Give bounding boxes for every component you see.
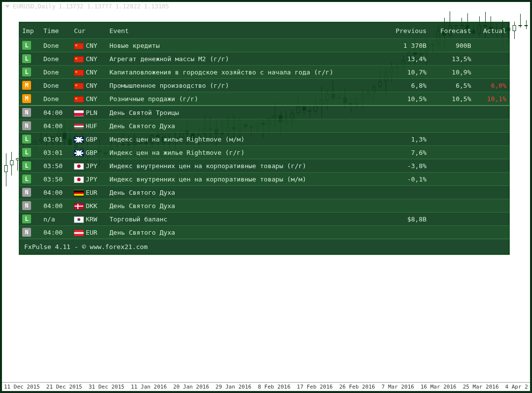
impact-badge: N — [22, 228, 31, 237]
cell-forecast — [429, 146, 474, 159]
panel-footer: FxPulse 4.11 - © www.forex21.com — [19, 239, 509, 254]
table-row[interactable]: Ln/aKRWТорговый баланс$8,8B — [19, 213, 509, 226]
x-tick: 4 Apr 2 — [505, 384, 528, 391]
table-row[interactable]: L03:50JPYИндекс внутренних цен на корпор… — [19, 159, 509, 173]
cell-time: 03:50 — [40, 173, 71, 186]
x-tick: 17 Feb 2016 — [297, 384, 333, 391]
impact-badge: L — [22, 41, 31, 50]
chevron-down-icon[interactable] — [5, 5, 10, 8]
cell-actual — [474, 39, 510, 52]
impact-badge: M — [22, 94, 31, 103]
flag-icon — [74, 203, 84, 210]
cell-previous: -3,8% — [385, 159, 429, 173]
x-tick: 7 Mar 2016 — [382, 384, 414, 391]
cell-cur: CNY — [71, 79, 106, 92]
cell-event: День Святого Духа — [106, 199, 385, 213]
table-row[interactable]: N04:00DKKДень Святого Духа — [19, 199, 509, 213]
cell-cur: GBP — [71, 133, 106, 146]
cell-actual — [474, 186, 510, 199]
cell-actual — [474, 226, 510, 239]
table-row[interactable]: L03:01GBPИндекс цен на жилье Rightmove (… — [19, 133, 509, 146]
table-row[interactable]: LDoneCNYАгрегат денежной массы M2 (г/г)1… — [19, 52, 509, 66]
flag-icon — [74, 110, 84, 116]
impact-badge: L — [22, 175, 31, 183]
cell-previous — [385, 199, 429, 213]
cell-event: День Святого Духа — [106, 186, 385, 199]
x-tick: 29 Jan 2016 — [215, 384, 251, 391]
chart-header[interactable]: EURUSD,Daily 1.13732 1.13777 1.12822 1.1… — [5, 3, 169, 10]
table-row[interactable]: LDoneCNYКапиталовложения в городское хоз… — [19, 66, 509, 79]
cell-forecast — [429, 173, 474, 186]
x-tick: 16 Mar 2016 — [421, 384, 457, 391]
cell-forecast — [429, 213, 474, 226]
cell-previous: $8,8B — [385, 213, 429, 226]
x-tick: 20 Jan 2016 — [173, 384, 209, 391]
cell-forecast — [429, 159, 474, 173]
cell-cur: EUR — [71, 186, 106, 199]
x-tick: 26 Feb 2016 — [339, 384, 375, 391]
cell-time: 04:00 — [40, 226, 71, 239]
cell-forecast: 10,5% — [429, 92, 474, 106]
table-row[interactable]: N04:00HUFДень Святого Духа — [19, 119, 509, 133]
cell-previous — [385, 119, 429, 133]
impact-badge: N — [22, 121, 31, 130]
cell-time: n/a — [40, 213, 71, 226]
cell-actual — [474, 66, 510, 79]
flag-icon — [74, 123, 84, 130]
cell-cur: HUF — [71, 119, 106, 133]
col-imp: Imp — [19, 25, 40, 39]
cell-actual — [474, 119, 510, 133]
cell-event: Индекс внутренних цен на корпоративные т… — [106, 159, 385, 173]
cell-previous: 6,8% — [385, 79, 429, 92]
cell-actual — [474, 133, 510, 146]
flag-icon — [74, 230, 84, 236]
cell-forecast — [429, 106, 474, 119]
x-axis: 11 Dec 201521 Dec 201531 Dec 201511 Jan … — [2, 382, 530, 391]
cell-cur: JPY — [71, 173, 106, 186]
cell-event: День Святой Троицы — [106, 106, 385, 119]
flag-icon — [74, 216, 84, 223]
cell-actual — [474, 159, 510, 173]
cell-time: 04:00 — [40, 199, 71, 213]
table-row[interactable]: LDoneCNYНовые кредиты1 370B900B — [19, 39, 509, 52]
cell-previous: 1,3% — [385, 133, 429, 146]
impact-badge: L — [22, 214, 31, 223]
x-tick: 31 Dec 2015 — [89, 384, 125, 391]
cell-time: Done — [40, 52, 71, 66]
table-row[interactable]: N04:00EURДень Святого Духа — [19, 186, 509, 199]
cell-previous: 13,4% — [385, 52, 429, 66]
impact-badge: N — [22, 188, 31, 197]
cell-cur: GBP — [71, 146, 106, 159]
cell-time: 04:00 — [40, 186, 71, 199]
chart-symbol: EURUSD,Daily — [13, 3, 56, 10]
cell-cur: CNY — [71, 39, 106, 52]
cell-cur: JPY — [71, 159, 106, 173]
impact-badge: L — [22, 68, 31, 76]
cell-event: Капиталовложения в городское хозяйство с… — [106, 66, 385, 79]
cell-event: День Святого Духа — [106, 119, 385, 133]
table-row[interactable]: MDoneCNYРозничные продажи (г/г)10,5%10,5… — [19, 92, 509, 106]
cell-actual — [474, 213, 510, 226]
news-panel[interactable]: Imp Time Cur Event Previous Forecast Act… — [19, 22, 510, 255]
table-row[interactable]: N04:00EURДень Святого Духа — [19, 226, 509, 239]
cell-previous: 1 370B — [385, 39, 429, 52]
impact-badge: L — [22, 148, 31, 157]
impact-badge: M — [22, 81, 31, 90]
cell-actual — [474, 106, 510, 119]
flag-icon — [74, 150, 84, 156]
flag-icon — [74, 83, 84, 89]
cell-previous: -0,1% — [385, 173, 429, 186]
flag-icon — [74, 43, 84, 49]
cell-actual: 10,1% — [474, 92, 510, 106]
chart-ohlc: 1.13732 1.13777 1.12822 1.13105 — [59, 3, 169, 10]
flag-icon — [74, 96, 84, 103]
table-row[interactable]: N04:00PLNДень Святой Троицы — [19, 106, 509, 119]
table-row[interactable]: L03:50JPYИндекс внутренних цен на корпор… — [19, 173, 509, 186]
cell-time: 03:50 — [40, 159, 71, 173]
cell-event: Индекс внутренних цен на корпоративные т… — [106, 173, 385, 186]
impact-badge: N — [22, 201, 31, 210]
table-row[interactable]: L03:01GBPИндекс цен на жилье Rightmove (… — [19, 146, 509, 159]
cell-forecast — [429, 119, 474, 133]
table-row[interactable]: MDoneCNYПромышленное производство (г/г)6… — [19, 79, 509, 92]
cell-time: Done — [40, 79, 71, 92]
